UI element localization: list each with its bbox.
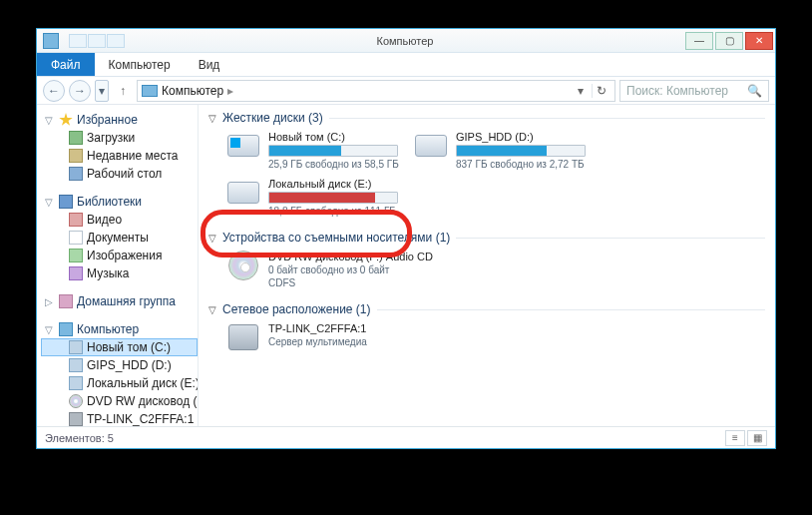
search-placeholder: Поиск: Компьютер <box>626 84 728 98</box>
drive-name: Локальный диск (E:) <box>268 178 402 190</box>
close-button[interactable]: ✕ <box>745 32 773 50</box>
computer-icon <box>142 85 158 97</box>
view-icons-button[interactable]: ▦ <box>747 430 767 446</box>
chevron-right-icon[interactable]: ▷ <box>45 296 55 307</box>
sidebar-item-drive-d[interactable]: GIPS_HDD (D:) <box>41 356 198 374</box>
document-icon <box>69 231 83 245</box>
explorer-window: Компьютер — ▢ ✕ Файл Компьютер Вид ← → ▾… <box>36 28 776 449</box>
drive-free-text: 837 ГБ свободно из 2,72 ТБ <box>456 159 590 170</box>
app-icon <box>43 33 59 49</box>
sidebar-item-videos[interactable]: Видео <box>41 211 198 229</box>
drive-filesystem: CDFS <box>268 277 442 288</box>
server-icon <box>228 324 258 350</box>
refresh-button[interactable]: ↻ <box>592 84 610 98</box>
desktop-icon <box>69 167 83 181</box>
drive-free-text: 25,9 ГБ свободно из 58,5 ГБ <box>268 159 402 170</box>
section-network[interactable]: ▽Сетевое расположение (1) <box>199 300 775 318</box>
recent-icon <box>69 149 83 163</box>
usage-bar <box>456 145 586 157</box>
back-button[interactable]: ← <box>43 80 65 102</box>
star-icon <box>59 113 73 127</box>
title-bar[interactable]: Компьютер — ▢ ✕ <box>37 29 775 53</box>
device-desc: Сервер мультимедиа <box>268 336 402 347</box>
chevron-down-icon[interactable]: ▽ <box>45 115 55 126</box>
chevron-down-icon[interactable]: ▽ <box>45 324 55 335</box>
status-bar: Элементов: 5 ≡ ▦ <box>37 426 775 448</box>
pictures-icon <box>69 249 83 262</box>
tab-file[interactable]: Файл <box>37 53 95 76</box>
sidebar-item-recent[interactable]: Недавние места <box>41 147 198 165</box>
chevron-down-icon[interactable]: ▽ <box>208 233 216 244</box>
drive-d[interactable]: GIPS_HDD (D:) 837 ГБ свободно из 2,72 ТБ <box>412 129 592 172</box>
sidebar-item-documents[interactable]: Документы <box>41 229 198 247</box>
sidebar-libraries[interactable]: ▽Библиотеки <box>41 193 198 211</box>
drive-free-text: 18,8 ГБ свободно из 111 ГБ <box>268 206 402 217</box>
homegroup-icon <box>59 294 73 308</box>
minimize-button[interactable]: — <box>685 32 713 50</box>
up-button[interactable]: ↑ <box>113 81 133 101</box>
usage-bar <box>268 145 398 157</box>
tab-computer[interactable]: Компьютер <box>95 53 185 76</box>
chevron-right-icon[interactable]: ▸ <box>227 84 233 98</box>
search-input[interactable]: Поиск: Компьютер 🔍 <box>619 80 769 102</box>
quick-access-toolbar[interactable] <box>69 34 125 48</box>
sidebar-item-pictures[interactable]: Изображения <box>41 247 198 264</box>
drive-icon <box>69 340 83 354</box>
drive-icon <box>69 376 83 390</box>
drive-name: DVD RW дисковод (F:) Audio CD <box>268 251 442 262</box>
window-title: Компьютер <box>125 35 685 47</box>
drive-icon <box>69 358 83 372</box>
drive-free-text: 0 байт свободно из 0 байт <box>268 264 442 275</box>
navigation-pane[interactable]: ▽Избранное Загрузки Недавние места Рабоч… <box>37 105 199 426</box>
music-icon <box>69 266 83 280</box>
drive-icon <box>415 135 447 157</box>
libraries-icon <box>59 195 73 209</box>
search-icon: 🔍 <box>747 84 762 98</box>
drive-name: Новый том (C:) <box>268 131 402 143</box>
chevron-down-icon[interactable]: ▽ <box>208 304 216 315</box>
address-bar[interactable]: Компьютер ▸ ▾ ↻ <box>137 80 615 102</box>
sidebar-item-dvd[interactable]: DVD RW дисковод ( <box>41 392 198 410</box>
cd-icon <box>228 251 258 280</box>
server-icon <box>69 412 83 426</box>
address-bar-row: ← → ▾ ↑ Компьютер ▸ ▾ ↻ Поиск: Компьютер… <box>37 77 775 105</box>
maximize-button[interactable]: ▢ <box>715 32 743 50</box>
sidebar-item-drive-e[interactable]: Локальный диск (E:) <box>41 374 198 392</box>
sidebar-item-drive-c[interactable]: Новый том (C:) <box>41 338 198 356</box>
sidebar-item-desktop[interactable]: Рабочий стол <box>41 165 198 183</box>
device-name: TP-LINK_C2FFFA:1 <box>268 322 402 334</box>
drive-dvd[interactable]: DVD RW дисковод (F:) Audio CD 0 байт сво… <box>224 249 444 290</box>
cd-icon <box>69 394 83 408</box>
section-hard-disks[interactable]: ▽Жесткие диски (3) <box>199 109 775 127</box>
history-dropdown[interactable]: ▾ <box>95 80 109 102</box>
sidebar-item-music[interactable]: Музыка <box>41 264 198 282</box>
drive-c[interactable]: Новый том (C:) 25,9 ГБ свободно из 58,5 … <box>224 129 404 172</box>
tab-view[interactable]: Вид <box>185 53 234 76</box>
view-details-button[interactable]: ≡ <box>725 430 745 446</box>
drive-name: GIPS_HDD (D:) <box>456 131 590 143</box>
drive-e[interactable]: Локальный диск (E:) 18,8 ГБ свободно из … <box>224 176 404 219</box>
item-count: Элементов: 5 <box>45 432 114 444</box>
sidebar-favorites[interactable]: ▽Избранное <box>41 111 198 129</box>
sidebar-item-downloads[interactable]: Загрузки <box>41 129 198 147</box>
chevron-down-icon[interactable]: ▽ <box>208 113 216 124</box>
content-pane[interactable]: ▽Жесткие диски (3) Новый том (C:) 25,9 Г… <box>199 105 775 426</box>
network-tplink[interactable]: TP-LINK_C2FFFA:1 Сервер мультимедиа <box>224 320 404 354</box>
breadcrumb-computer[interactable]: Компьютер <box>162 84 223 98</box>
computer-icon <box>59 322 73 336</box>
ribbon-tabs: Файл Компьютер Вид <box>37 53 775 77</box>
sidebar-computer[interactable]: ▽Компьютер <box>41 320 198 338</box>
downloads-icon <box>69 131 83 145</box>
usage-bar <box>268 192 398 204</box>
forward-button[interactable]: → <box>69 80 91 102</box>
address-dropdown[interactable]: ▾ <box>574 84 588 98</box>
section-removable[interactable]: ▽Устройства со съемными носителями (1) <box>199 229 775 247</box>
video-icon <box>69 213 83 227</box>
drive-icon <box>227 135 259 157</box>
drive-icon <box>227 182 259 204</box>
sidebar-homegroup[interactable]: ▷Домашняя группа <box>41 292 198 310</box>
chevron-down-icon[interactable]: ▽ <box>45 197 55 208</box>
sidebar-item-tplink[interactable]: TP-LINK_C2FFFA:1 <box>41 410 198 426</box>
